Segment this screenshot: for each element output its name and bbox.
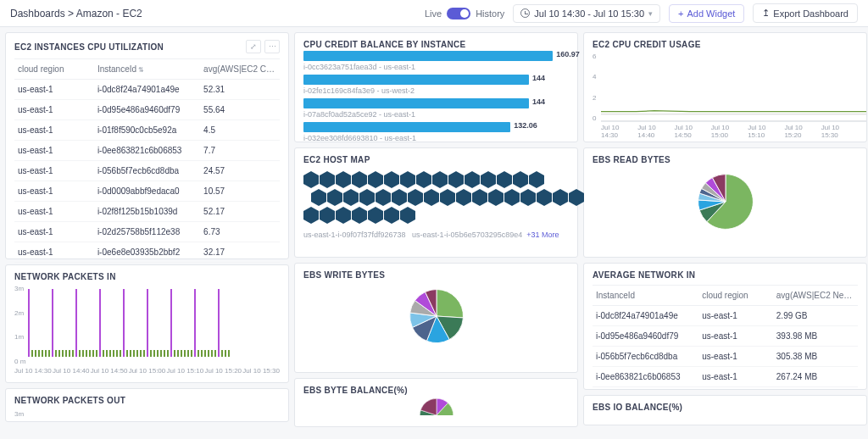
host-hex[interactable]	[343, 189, 359, 206]
host-hex[interactable]	[424, 189, 439, 206]
time-range-picker[interactable]: Jul 10 14:30 - Jul 10 15:30 ▾	[513, 4, 660, 23]
plus-icon: +	[678, 8, 683, 19]
host-hex[interactable]	[497, 171, 512, 188]
table-row[interactable]: i-056b5f7ecb6cd8dbaus-east-1305.38 MB	[593, 347, 858, 367]
cpu-credit-balance-card: CPU CREDIT BALANCE BY INSTANCE 160.97i-0…	[294, 32, 578, 142]
host-hex[interactable]	[400, 171, 415, 188]
breadcrumb-root[interactable]: Dashboards	[10, 8, 65, 19]
ebs-byte-balance-card: EBS BYTE BALANCE(%)	[294, 378, 578, 427]
table-row[interactable]: us-east-1i-056b5f7ecb6cd8dba24.57	[14, 161, 280, 181]
table-row[interactable]: us-east-1i-02d25758b5f112e386.73	[14, 222, 280, 242]
live-history-toggle[interactable]	[447, 8, 470, 19]
host-hex[interactable]	[488, 189, 504, 206]
table-row[interactable]: us-east-1i-01f8f590c0cb5e92a4.5	[14, 120, 280, 141]
breadcrumb-current: Amazon - EC2	[76, 8, 142, 19]
history-label: History	[476, 8, 504, 19]
host-hex[interactable]	[520, 189, 536, 206]
host-hex[interactable]	[359, 189, 375, 206]
host-hex[interactable]	[368, 207, 383, 224]
host-hex[interactable]	[320, 207, 335, 224]
host-hex[interactable]	[392, 189, 407, 206]
add-widget-button[interactable]: + Add Widget	[669, 4, 744, 23]
host-hex[interactable]	[569, 189, 584, 206]
table-row[interactable]: i-0dc8f24a74901a49eus-east-12.99 GB	[593, 306, 858, 326]
table-row[interactable]: us-east-1i-0e6e8e03935b2bbf232.17	[14, 242, 280, 263]
host-hex[interactable]	[368, 171, 383, 188]
host-hex[interactable]	[376, 189, 391, 206]
host-hex[interactable]	[408, 189, 423, 206]
host-hex[interactable]	[384, 207, 399, 224]
host-hex[interactable]	[416, 171, 431, 188]
network-packets-in-card: NETWORK PACKETS IN 3m 2m 1m 0 m Jul 10 1…	[5, 264, 289, 383]
breadcrumb: Dashboards > Amazon - EC2	[10, 8, 142, 19]
clock-icon	[520, 8, 530, 18]
table-row[interactable]: us-east-1i-0ee863821c6b068537.7	[14, 141, 280, 161]
host-hex[interactable]	[400, 207, 415, 224]
table-row[interactable]: us-east-1i-0dc8f24a74901a49e52.31	[14, 80, 280, 100]
host-hex[interactable]	[303, 207, 319, 224]
host-hex[interactable]	[432, 171, 448, 188]
ebs-write-bytes-card: EBS WRITE BYTES	[294, 263, 578, 373]
ebs-io-balance-card: EBS IO BALANCE(%)	[583, 395, 867, 425]
more-hosts-link[interactable]: +31 More	[526, 231, 559, 239]
host-hex[interactable]	[352, 171, 367, 188]
host-hex[interactable]	[311, 189, 326, 206]
expand-icon[interactable]: ⤢	[246, 40, 261, 53]
cpu-credit-usage-card: EC2 CPU CREDIT USAGE 6 4 2 0 Jul 10 14:3…	[583, 32, 867, 142]
cpu-utilization-card: EC2 INSTANCES CPU UTILIZATION ⤢ ⋯ cloud …	[5, 32, 289, 259]
live-label: Live	[425, 8, 442, 19]
host-hex[interactable]	[537, 189, 552, 206]
host-hex[interactable]	[320, 171, 335, 188]
upload-icon: ↥	[762, 8, 770, 19]
host-hex[interactable]	[303, 171, 319, 188]
chevron-down-icon: ▾	[648, 9, 653, 18]
host-hex[interactable]	[336, 207, 351, 224]
cpu-table: cloud region InstanceId⇅ avg(AWS|EC2 CPU…	[14, 58, 280, 263]
host-hex[interactable]	[440, 189, 455, 206]
table-row[interactable]: i-0ee863821c6b06853us-east-1267.24 MB	[593, 367, 858, 387]
host-hex[interactable]	[553, 189, 568, 206]
table-row[interactable]: us-east-1i-02f8f125b15b1039d52.17	[14, 202, 280, 222]
host-hex[interactable]	[513, 171, 528, 188]
network-packets-out-card: NETWORK PACKETS OUT 3m	[5, 388, 289, 422]
more-icon[interactable]: ⋯	[264, 40, 280, 53]
average-network-in-card: AVERAGE NETWORK IN InstanceId cloud regi…	[583, 263, 867, 390]
host-hex[interactable]	[336, 171, 351, 188]
table-row[interactable]: i-0d95e486a9460df79us-east-1393.98 MB	[593, 326, 858, 347]
card-title: EC2 INSTANCES CPU UTILIZATION	[14, 42, 164, 52]
host-hex[interactable]	[465, 171, 480, 188]
ebs-read-bytes-card: EBS READ BYTES	[583, 147, 867, 258]
host-hex[interactable]	[384, 171, 399, 188]
host-hex[interactable]	[504, 189, 520, 206]
host-hex[interactable]	[448, 171, 464, 188]
table-row[interactable]: us-east-1i-0d95e486a9460df7955.64	[14, 100, 280, 120]
host-hex[interactable]	[327, 189, 342, 206]
table-row[interactable]: us-east-1i-0d0009abbf9edaca010.57	[14, 181, 280, 202]
host-hex[interactable]	[529, 171, 544, 188]
host-hex[interactable]	[352, 207, 367, 224]
export-dashboard-button[interactable]: ↥ Export Dashboard	[753, 3, 858, 23]
host-hex[interactable]	[481, 171, 496, 188]
host-hex[interactable]	[472, 189, 487, 206]
host-hex[interactable]	[456, 189, 471, 206]
ec2-host-map-card: EC2 HOST MAP us-east-1-i-09f07f37fdf9267…	[294, 147, 578, 258]
